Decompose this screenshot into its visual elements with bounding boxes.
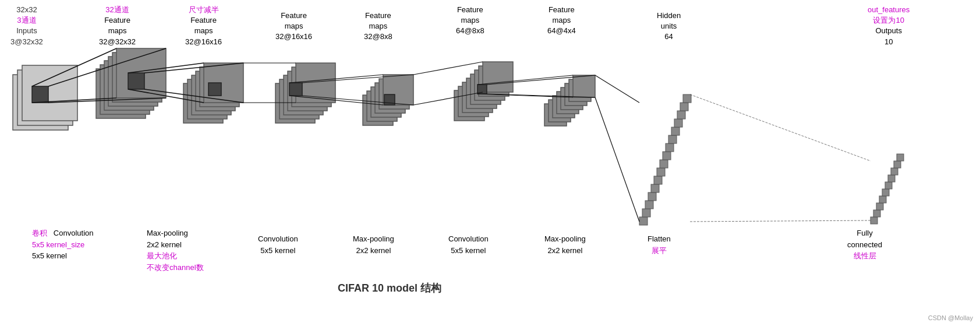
- svg-rect-21: [363, 95, 393, 125]
- svg-rect-67: [894, 161, 901, 168]
- svg-rect-26: [383, 75, 413, 105]
- svg-line-88: [302, 96, 413, 105]
- svg-rect-50: [660, 160, 668, 168]
- svg-rect-51: [663, 152, 671, 160]
- svg-line-75: [32, 48, 116, 86]
- svg-rect-39: [561, 87, 583, 110]
- svg-rect-61: [876, 203, 883, 210]
- svg-line-91: [477, 75, 573, 85]
- svg-rect-31: [470, 74, 501, 104]
- svg-rect-30: [466, 78, 497, 108]
- svg-line-77: [32, 98, 116, 103]
- svg-line-82: [144, 89, 243, 103]
- label-below-conv2: Convolution 5x5 kernel: [258, 233, 298, 256]
- svg-rect-58: [683, 94, 691, 103]
- svg-rect-19: [292, 67, 331, 107]
- svg-rect-17: [284, 75, 323, 115]
- svg-rect-5: [104, 61, 154, 110]
- diagram-title: CIFAR 10 model 结构: [338, 281, 441, 295]
- svg-rect-73: [384, 94, 395, 105]
- svg-rect-29: [462, 82, 493, 113]
- svg-rect-63: [882, 189, 889, 196]
- svg-line-78: [48, 98, 166, 103]
- label-below-pool2: Max-pooling 2x2 kernel: [353, 233, 394, 256]
- svg-rect-7: [112, 52, 162, 102]
- svg-line-94: [487, 94, 595, 97]
- svg-rect-36: [549, 100, 571, 122]
- svg-rect-4: [100, 65, 150, 114]
- svg-line-97: [690, 94, 871, 161]
- svg-rect-14: [204, 63, 243, 103]
- svg-rect-6: [108, 57, 158, 106]
- svg-line-76: [48, 48, 166, 86]
- svg-rect-56: [677, 111, 685, 119]
- svg-rect-43: [639, 217, 648, 225]
- svg-line-86: [302, 75, 413, 83]
- svg-rect-66: [891, 168, 898, 175]
- svg-rect-65: [888, 175, 895, 182]
- svg-line-90: [413, 92, 483, 105]
- svg-rect-25: [379, 79, 409, 109]
- svg-line-96: [595, 97, 639, 222]
- svg-rect-18: [288, 71, 327, 111]
- svg-rect-40: [565, 83, 587, 106]
- svg-rect-71: [208, 83, 221, 96]
- svg-rect-53: [668, 135, 677, 143]
- svg-line-81: [128, 89, 204, 103]
- label-below-pool1: Max-pooling 2x2 kernel 最大池化 不改变channel数: [147, 227, 204, 273]
- svg-rect-20: [296, 63, 335, 103]
- diagram-container: 32x32 3通道 Inputs 3@32x32 32通道 Feature ma…: [0, 0, 980, 326]
- svg-rect-2: [22, 65, 77, 121]
- svg-line-89: [413, 62, 483, 75]
- svg-rect-0: [13, 75, 68, 130]
- label-above-fm1: 32通道 Feature maps 32@32x32: [99, 5, 136, 47]
- svg-rect-64: [885, 182, 892, 189]
- svg-rect-44: [642, 209, 650, 217]
- svg-rect-48: [654, 176, 662, 184]
- label-below-fc: Fully connected 线性层: [847, 227, 882, 262]
- svg-line-92: [487, 75, 595, 85]
- svg-line-87: [289, 96, 383, 105]
- svg-rect-10: [187, 79, 227, 119]
- svg-rect-38: [557, 92, 579, 114]
- label-above-fm6: Feature maps 64@4x4: [547, 5, 576, 37]
- svg-rect-69: [32, 86, 48, 103]
- svg-rect-57: [680, 103, 688, 111]
- svg-rect-54: [671, 127, 680, 135]
- connections-svg: [0, 0, 980, 326]
- svg-rect-3: [96, 69, 146, 118]
- label-below-flatten: Flatten 展平: [648, 233, 671, 256]
- svg-rect-46: [648, 192, 656, 201]
- svg-rect-24: [375, 83, 405, 113]
- svg-rect-49: [657, 168, 665, 176]
- svg-rect-34: [483, 62, 513, 92]
- svg-rect-52: [666, 143, 674, 152]
- svg-rect-11: [192, 75, 231, 115]
- svg-rect-16: [280, 79, 319, 119]
- label-above-fm5: Feature maps 64@8x8: [456, 5, 484, 37]
- svg-rect-22: [367, 91, 397, 121]
- svg-rect-37: [553, 96, 575, 118]
- label-below-pool3: Max-pooling 2x2 kernel: [544, 233, 586, 256]
- svg-rect-23: [371, 87, 401, 117]
- svg-rect-32: [475, 70, 505, 100]
- svg-rect-12: [196, 71, 235, 111]
- label-above-fm2: 尺寸减半 Feature maps 32@16x16: [185, 5, 222, 47]
- svg-rect-55: [674, 119, 682, 127]
- svg-line-93: [477, 94, 573, 97]
- label-above-input: 32x32 3通道 Inputs 3@32x32: [10, 5, 43, 47]
- label-below-conv1: 卷积 Convolution 5x5 kernel_size 5x5 kerne…: [32, 227, 94, 262]
- svg-rect-74: [477, 85, 487, 94]
- label-above-out: out_features 设置为10 Outputs 10: [868, 5, 910, 47]
- svg-rect-35: [544, 104, 567, 126]
- label-above-fm3: Feature maps 32@16x16: [275, 10, 312, 43]
- svg-line-95: [595, 75, 639, 103]
- svg-rect-60: [873, 210, 880, 217]
- svg-rect-33: [479, 66, 509, 96]
- svg-rect-59: [871, 217, 878, 224]
- svg-rect-68: [897, 154, 904, 161]
- svg-rect-41: [569, 79, 591, 101]
- label-above-fm4: Feature maps 32@8x8: [364, 10, 392, 43]
- svg-rect-8: [116, 48, 166, 98]
- svg-line-85: [289, 75, 383, 83]
